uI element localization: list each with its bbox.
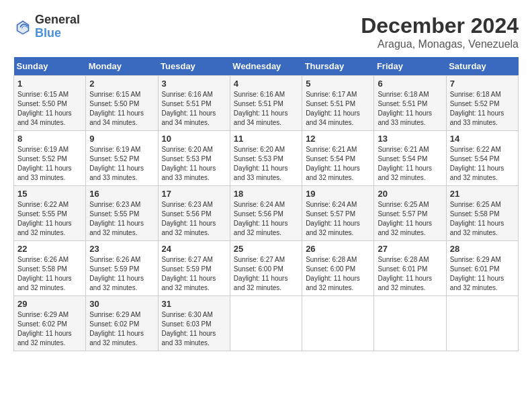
day-info: Sunrise: 6:22 AMSunset: 5:54 PMDaylight:…	[450, 145, 515, 183]
sunset-label: Sunset: 5:52 PM	[450, 100, 500, 107]
sunset-label: Sunset: 5:50 PM	[17, 100, 67, 107]
daylight-label: Daylight: 11 hours and 32 minutes.	[378, 220, 432, 236]
day-info: Sunrise: 6:24 AMSunset: 5:56 PMDaylight:…	[234, 200, 298, 238]
day-number: 18	[234, 189, 298, 199]
day-info: Sunrise: 6:29 AMSunset: 6:02 PMDaylight:…	[17, 310, 82, 348]
day-info: Sunrise: 6:21 AMSunset: 5:54 PMDaylight:…	[306, 145, 370, 183]
sunrise-label: Sunrise: 6:26 AM	[89, 256, 140, 263]
day-info: Sunrise: 6:29 AMSunset: 6:01 PMDaylight:…	[450, 255, 515, 293]
weekday-header-saturday: Saturday	[446, 57, 518, 76]
daylight-label: Daylight: 11 hours and 32 minutes.	[89, 275, 144, 291]
daylight-label: Daylight: 11 hours and 33 minutes.	[378, 109, 432, 126]
day-info: Sunrise: 6:18 AMSunset: 5:51 PMDaylight:…	[378, 90, 442, 128]
day-info: Sunrise: 6:26 AMSunset: 5:59 PMDaylight:…	[89, 255, 154, 293]
calendar-cell: 16Sunrise: 6:23 AMSunset: 5:55 PMDayligh…	[86, 186, 158, 241]
sunrise-label: Sunrise: 6:27 AM	[162, 256, 213, 263]
sunrise-label: Sunrise: 6:19 AM	[89, 146, 140, 153]
sunset-label: Sunset: 6:01 PM	[378, 265, 427, 273]
calendar-cell	[374, 296, 446, 351]
sunrise-label: Sunrise: 6:29 AM	[89, 311, 140, 318]
week-row-3: 15Sunrise: 6:22 AMSunset: 5:55 PMDayligh…	[14, 186, 519, 241]
calendar-cell: 29Sunrise: 6:29 AMSunset: 6:02 PMDayligh…	[14, 296, 86, 351]
day-number: 26	[306, 244, 370, 254]
weekday-header-friday: Friday	[374, 57, 446, 76]
calendar-body: 1Sunrise: 6:15 AMSunset: 5:50 PMDaylight…	[14, 76, 519, 351]
daylight-label: Daylight: 11 hours and 34 minutes.	[89, 109, 144, 126]
calendar-cell	[446, 296, 518, 351]
calendar-cell: 26Sunrise: 6:28 AMSunset: 6:00 PMDayligh…	[302, 241, 374, 296]
sunrise-label: Sunrise: 6:15 AM	[17, 91, 69, 98]
daylight-label: Daylight: 11 hours and 32 minutes.	[234, 275, 288, 291]
sunset-label: Sunset: 6:03 PM	[162, 320, 212, 328]
calendar-cell: 5Sunrise: 6:17 AMSunset: 5:51 PMDaylight…	[302, 76, 374, 131]
day-number: 27	[378, 244, 442, 254]
day-number: 29	[17, 299, 82, 309]
weekday-header-sunday: Sunday	[14, 57, 86, 76]
day-info: Sunrise: 6:22 AMSunset: 5:55 PMDaylight:…	[17, 200, 82, 238]
day-info: Sunrise: 6:19 AMSunset: 5:52 PMDaylight:…	[17, 145, 82, 183]
logo-blue: Blue	[35, 27, 80, 40]
sunset-label: Sunset: 5:56 PM	[234, 210, 283, 218]
calendar-cell: 15Sunrise: 6:22 AMSunset: 5:55 PMDayligh…	[14, 186, 86, 241]
calendar-cell: 19Sunrise: 6:24 AMSunset: 5:57 PMDayligh…	[302, 186, 374, 241]
sunrise-label: Sunrise: 6:28 AM	[306, 256, 357, 263]
day-info: Sunrise: 6:18 AMSunset: 5:52 PMDaylight:…	[450, 90, 515, 128]
sunset-label: Sunset: 5:51 PM	[378, 100, 427, 107]
daylight-label: Daylight: 11 hours and 32 minutes.	[306, 220, 360, 236]
sunrise-label: Sunrise: 6:15 AM	[89, 91, 140, 98]
day-number: 5	[306, 79, 370, 89]
sunrise-label: Sunrise: 6:25 AM	[450, 201, 501, 208]
calendar-cell: 18Sunrise: 6:24 AMSunset: 5:56 PMDayligh…	[230, 186, 302, 241]
day-number: 16	[89, 189, 154, 199]
calendar-cell: 9Sunrise: 6:19 AMSunset: 5:52 PMDaylight…	[86, 131, 158, 186]
sunrise-label: Sunrise: 6:23 AM	[162, 201, 213, 208]
sunset-label: Sunset: 5:51 PM	[306, 100, 355, 107]
day-number: 10	[162, 134, 226, 144]
sunset-label: Sunset: 5:55 PM	[17, 210, 67, 218]
calendar-cell: 7Sunrise: 6:18 AMSunset: 5:52 PMDaylight…	[446, 76, 518, 131]
day-number: 8	[17, 134, 82, 144]
day-number: 23	[89, 244, 154, 254]
calendar-cell: 27Sunrise: 6:28 AMSunset: 6:01 PMDayligh…	[374, 241, 446, 296]
sunset-label: Sunset: 5:53 PM	[162, 155, 212, 163]
calendar-cell: 8Sunrise: 6:19 AMSunset: 5:52 PMDaylight…	[14, 131, 86, 186]
calendar-cell: 6Sunrise: 6:18 AMSunset: 5:51 PMDaylight…	[374, 76, 446, 131]
sunrise-label: Sunrise: 6:17 AM	[306, 91, 357, 98]
daylight-label: Daylight: 11 hours and 32 minutes.	[306, 275, 360, 291]
sunrise-label: Sunrise: 6:22 AM	[17, 201, 69, 208]
day-info: Sunrise: 6:24 AMSunset: 5:57 PMDaylight:…	[306, 200, 370, 238]
daylight-label: Daylight: 11 hours and 32 minutes.	[450, 220, 504, 236]
sunrise-label: Sunrise: 6:18 AM	[378, 91, 429, 98]
day-number: 21	[450, 189, 515, 199]
calendar-cell: 12Sunrise: 6:21 AMSunset: 5:54 PMDayligh…	[302, 131, 374, 186]
calendar-cell: 17Sunrise: 6:23 AMSunset: 5:56 PMDayligh…	[158, 186, 230, 241]
page-title: December 2024	[361, 13, 519, 38]
calendar-cell: 2Sunrise: 6:15 AMSunset: 5:50 PMDaylight…	[86, 76, 158, 131]
sunrise-label: Sunrise: 6:24 AM	[306, 201, 357, 208]
sunset-label: Sunset: 6:00 PM	[234, 265, 283, 273]
week-row-1: 1Sunrise: 6:15 AMSunset: 5:50 PMDaylight…	[14, 76, 519, 131]
sunset-label: Sunset: 6:02 PM	[17, 320, 67, 328]
sunset-label: Sunset: 5:54 PM	[378, 155, 427, 163]
day-info: Sunrise: 6:29 AMSunset: 6:02 PMDaylight:…	[89, 310, 154, 348]
daylight-label: Daylight: 11 hours and 32 minutes.	[378, 165, 432, 181]
sunrise-label: Sunrise: 6:28 AM	[378, 256, 429, 263]
sunrise-label: Sunrise: 6:21 AM	[306, 146, 357, 153]
daylight-label: Daylight: 11 hours and 32 minutes.	[17, 275, 72, 291]
calendar-cell	[302, 296, 374, 351]
day-info: Sunrise: 6:20 AMSunset: 5:53 PMDaylight:…	[234, 145, 298, 183]
daylight-label: Daylight: 11 hours and 32 minutes.	[306, 165, 360, 181]
day-number: 3	[162, 79, 226, 89]
daylight-label: Daylight: 11 hours and 33 minutes.	[450, 109, 504, 126]
sunrise-label: Sunrise: 6:24 AM	[234, 201, 285, 208]
sunset-label: Sunset: 6:01 PM	[450, 265, 500, 273]
sunset-label: Sunset: 5:59 PM	[162, 265, 212, 273]
day-number: 7	[450, 79, 515, 89]
day-number: 19	[306, 189, 370, 199]
sunrise-label: Sunrise: 6:30 AM	[162, 311, 213, 318]
daylight-label: Daylight: 11 hours and 32 minutes.	[450, 275, 504, 291]
sunrise-label: Sunrise: 6:27 AM	[234, 256, 285, 263]
logo: General Blue	[13, 13, 80, 40]
page-subtitle: Aragua, Monagas, Venezuela	[361, 38, 519, 50]
weekday-header-wednesday: Wednesday	[230, 57, 302, 76]
